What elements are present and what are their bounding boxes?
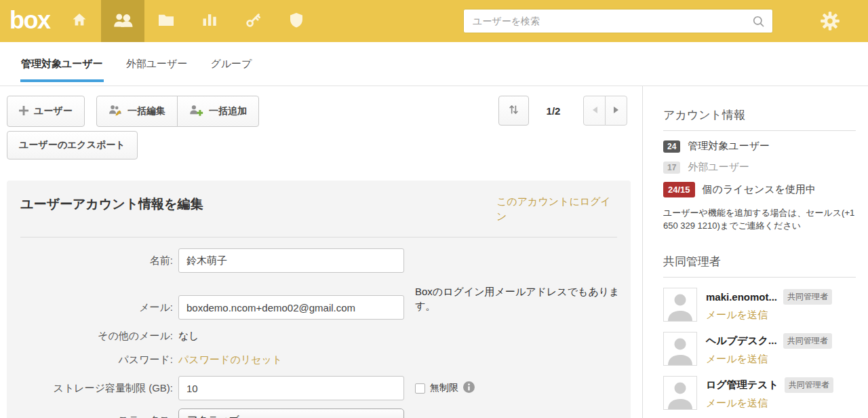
nav-security[interactable]: [275, 0, 318, 42]
export-users-button[interactable]: ユーザーのエクスポート: [7, 131, 138, 159]
prev-icon: [591, 104, 598, 117]
users-icon: [113, 13, 133, 30]
bulk-button-group: 一括編集 一括追加: [96, 96, 259, 127]
license-usage-stat: 24/15 個のライセンスを使用中: [663, 182, 857, 197]
coadmin-role-badge: 共同管理者: [783, 289, 832, 305]
coadmin-list: maki.enomot... 共同管理者 メールを送信 ヘルプデスク... 共同…: [663, 288, 857, 410]
unlimited-label: 無制限: [430, 382, 458, 394]
email-label: メール:: [20, 301, 173, 314]
status-select[interactable]: アクティブ: [178, 408, 404, 418]
nav-users[interactable]: [101, 0, 144, 42]
other-email-value: なし: [178, 330, 199, 343]
box-admin-console: box: [0, 0, 868, 418]
send-email-link[interactable]: メールを送信: [706, 353, 832, 366]
nav-files[interactable]: [144, 0, 188, 42]
email-row: メール: Boxのログイン用メールアドレスでもあります。: [20, 293, 617, 322]
avatar: [663, 288, 697, 322]
coadmin-name[interactable]: ヘルプデスク...: [706, 335, 777, 347]
other-email-row: その他のメール: なし: [20, 330, 617, 343]
gear-icon[interactable]: [819, 10, 841, 35]
bulk-add-button[interactable]: 一括追加: [177, 96, 259, 127]
avatar: [663, 332, 697, 366]
coadmin-title: 共同管理者: [663, 254, 857, 269]
home-icon: [71, 12, 88, 31]
edit-user-panel: ユーザーアカウント情報を編集 このアカウントにログイン 名前: メール: Box…: [7, 180, 631, 418]
box-logo[interactable]: box: [9, 6, 50, 35]
info-icon[interactable]: [463, 381, 475, 396]
coadmin-name[interactable]: ログ管理テスト: [706, 379, 778, 392]
coadmin-role-badge: 共同管理者: [785, 377, 833, 393]
sort-button[interactable]: [498, 96, 529, 126]
divider: [663, 130, 856, 131]
send-email-link[interactable]: メールを送信: [706, 397, 833, 410]
storage-row: ストレージ容量制限 (GB): 無制限: [20, 376, 617, 400]
coadmin-row: ヘルプデスク... 共同管理者 メールを送信: [663, 332, 857, 366]
storage-label: ストレージ容量制限 (GB):: [20, 382, 173, 395]
status-label: ステータス:: [20, 414, 173, 418]
send-email-link[interactable]: メールを送信: [706, 309, 832, 322]
external-count-label: 外部ユーザー: [688, 161, 749, 174]
email-note: Boxのログイン用メールアドレスでもあります。: [415, 284, 620, 313]
bulk-edit-icon: [108, 104, 122, 118]
license-usage-label: 個のライセンスを使用中: [703, 183, 816, 196]
coadmin-role-badge: 共同管理者: [783, 333, 832, 349]
status-value: アクティブ: [187, 414, 239, 418]
name-label: 名前:: [20, 254, 173, 267]
add-user-button[interactable]: ユーザー: [7, 96, 85, 127]
nav-home[interactable]: [58, 0, 101, 42]
avatar: [663, 376, 697, 410]
coadmin-row: maki.enomot... 共同管理者 メールを送信: [663, 288, 857, 322]
sort-icon: [507, 103, 520, 118]
panel-header: ユーザーアカウント情報を編集 このアカウントにログイン: [20, 194, 617, 224]
sales-contact-note: ユーザーや機能を追加する場合は、セールス(+1 650 329 1210)までご…: [663, 206, 864, 232]
unlimited-checkbox[interactable]: [415, 383, 425, 394]
search-icon[interactable]: [752, 15, 766, 31]
name-field[interactable]: [178, 248, 404, 273]
user-form: 名前: メール: Boxのログイン用メールアドレスでもあります。 その他のメール…: [20, 248, 617, 418]
tab-groups[interactable]: グループ: [210, 42, 252, 86]
account-sidebar: アカウント情報 24 管理対象ユーザー 17 外部ユーザー 24/15 個のライ…: [644, 86, 868, 418]
password-row: パスワード: パスワードのリセット: [20, 354, 617, 366]
user-search: [463, 9, 773, 33]
bulk-add-icon: [189, 104, 203, 118]
key-icon: [245, 12, 262, 31]
account-info-title: アカウント情報: [663, 107, 857, 123]
tab-external-users[interactable]: 外部ユーザー: [125, 42, 189, 86]
prev-page-button[interactable]: [583, 96, 606, 126]
coadmin-row: ログ管理テスト 共同管理者 メールを送信: [663, 376, 857, 410]
content-area: ユーザー 一括編集: [0, 86, 868, 418]
plus-icon: [19, 106, 28, 117]
divider: [663, 277, 856, 278]
next-page-button[interactable]: [605, 96, 627, 126]
search-input[interactable]: [464, 10, 772, 33]
nav-admin-key[interactable]: [231, 0, 275, 42]
bulk-edit-button[interactable]: 一括編集: [96, 96, 178, 127]
section-tabs: 管理対象ユーザー 外部ユーザー グループ: [0, 42, 868, 86]
account-stats: 24 管理対象ユーザー 17 外部ユーザー 24/15 個のライセンスを使用中: [663, 140, 857, 197]
next-icon: [613, 104, 620, 117]
tab-managed-users[interactable]: 管理対象ユーザー: [20, 42, 104, 86]
other-email-label: その他のメール:: [20, 330, 173, 343]
license-count-badge: 24/15: [663, 182, 695, 197]
managed-count-label: 管理対象ユーザー: [688, 140, 770, 153]
managed-users-stat: 24 管理対象ユーザー: [663, 140, 857, 153]
name-row: 名前:: [20, 248, 617, 273]
page-indicator: 1/2: [534, 96, 572, 126]
nav-reports[interactable]: [188, 0, 231, 42]
folder-icon: [157, 13, 175, 30]
panel-divider: [20, 237, 617, 238]
password-label: パスワード:: [20, 354, 173, 366]
status-row: ステータス: アクティブ: [20, 408, 617, 418]
external-users-stat: 17 外部ユーザー: [663, 161, 857, 174]
managed-count-badge: 24: [663, 140, 680, 153]
storage-field[interactable]: [178, 376, 404, 400]
coadmin-name[interactable]: maki.enomot...: [706, 291, 777, 303]
login-as-account-link[interactable]: このアカウントにログイン: [496, 194, 617, 224]
unlimited-group: 無制限: [415, 381, 475, 396]
shield-icon: [288, 12, 304, 31]
password-reset-link[interactable]: パスワードのリセット: [178, 354, 282, 366]
panel-title: ユーザーアカウント情報を編集: [20, 194, 203, 213]
email-field[interactable]: [178, 295, 404, 320]
header-nav: [58, 0, 318, 42]
main-column: ユーザー 一括編集: [0, 86, 643, 418]
